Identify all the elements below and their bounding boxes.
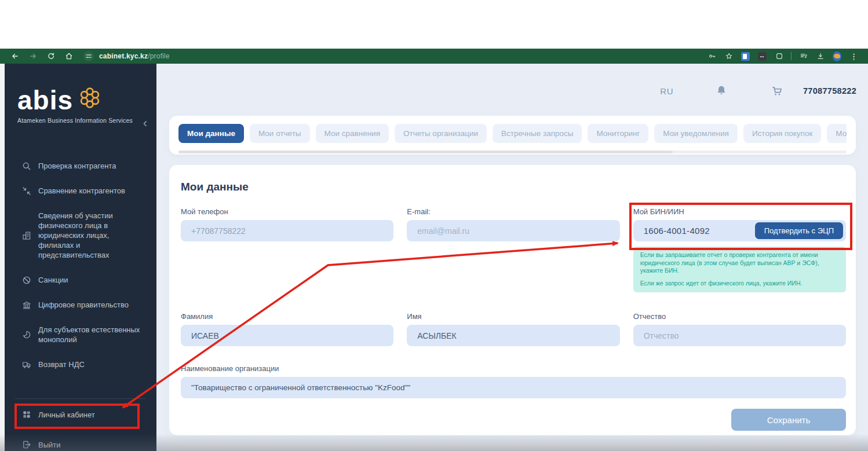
sidebar-item-vat-refund[interactable]: Возврат НДС	[5, 360, 156, 369]
sidebar-item-label: Цифровое правительство	[38, 300, 129, 310]
sidebar-item-personal-cabinet[interactable]: Личный кабинет	[5, 410, 156, 419]
tab-monitoring[interactable]: Мониторинг	[588, 124, 648, 143]
phone-field-group: Мой телефон	[181, 207, 393, 241]
sidebar-item-label: Личный кабинет	[38, 410, 95, 419]
next-card-edge	[169, 442, 856, 451]
sidebar-item-participation-info[interactable]: Сведения об участии физического лица в ю…	[5, 211, 156, 260]
toolbar-separator	[791, 52, 792, 60]
phone-label: Мой телефон	[181, 207, 393, 216]
sidebar-item-sanctions[interactable]: Санкции	[5, 275, 156, 285]
user-phone-number[interactable]: 77087758222	[803, 86, 856, 96]
browser-toolbar: cabinet.kyc.kz/profile •• ⋮	[0, 49, 868, 64]
menu-dots-icon[interactable]: ⋮	[849, 52, 858, 61]
middlename-field-group: Отчество	[633, 312, 846, 346]
firstname-field-group: Имя	[407, 312, 619, 346]
tabs-scrollbar[interactable]	[178, 151, 847, 153]
logo-text: abis	[17, 87, 73, 113]
back-icon[interactable]	[10, 52, 19, 61]
bell-icon[interactable]	[715, 85, 728, 97]
grid-icon	[21, 410, 32, 419]
tab-counter-requests[interactable]: Встречные запросы	[493, 124, 582, 143]
download-icon[interactable]	[816, 52, 825, 61]
bank-icon	[21, 300, 32, 310]
top-white-band	[0, 0, 868, 49]
language-switcher[interactable]: RU	[660, 86, 673, 96]
bin-info-line1: Если вы запрашиваете отчет о проверке ко…	[640, 251, 839, 275]
sidebar-nav: Проверка контрагента Сравнение контраген…	[5, 161, 156, 369]
tabs-scrollbar-thumb[interactable]	[178, 151, 673, 153]
bin-label: Мой БИН/ИИН	[633, 207, 846, 216]
tab-my-comparisons[interactable]: Мои сравнения	[316, 124, 389, 143]
tab-purchase-history[interactable]: История покупок	[743, 124, 821, 143]
sidebar-item-counterparty-check[interactable]: Проверка контрагента	[5, 161, 156, 171]
lastname-input[interactable]	[181, 325, 393, 346]
tab-my-reports[interactable]: Мои отчеты	[250, 124, 310, 143]
logout-icon	[21, 440, 32, 449]
tab-my-notifications[interactable]: Мои уведомления	[654, 124, 738, 143]
sidebar: abis Atameken Business Information Servi…	[5, 64, 156, 451]
extension-dark-icon[interactable]: ••	[758, 52, 767, 61]
left-edge-strip	[0, 64, 5, 451]
save-button[interactable]: Сохранить	[731, 409, 846, 431]
phone-input[interactable]	[181, 220, 393, 241]
logo-subtitle: Atameken Business Information Services	[17, 117, 156, 124]
reading-list-icon[interactable]	[799, 52, 808, 61]
tab-my-data[interactable]: Мои данные	[178, 124, 244, 143]
profile-avatar[interactable]	[833, 52, 841, 61]
sidebar-divider	[15, 398, 146, 399]
ban-icon	[21, 276, 32, 285]
middlename-input[interactable]	[633, 325, 846, 346]
email-field-group: E-mail:	[407, 207, 619, 241]
confirm-ecp-button[interactable]: Подтвердить с ЭЦП	[755, 222, 843, 239]
site-settings-icon[interactable]	[83, 51, 94, 61]
email-label: E-mail:	[407, 207, 619, 216]
profile-form-card: Мои данные Мой телефон E-mail: Мой БИН/И…	[169, 165, 856, 435]
logo-ornament-icon	[78, 86, 102, 112]
bin-info-box: Если вы запрашиваете отчет о проверке ко…	[633, 247, 846, 292]
extensions-puzzle-icon[interactable]	[775, 52, 783, 61]
page: cabinet.kyc.kz/profile •• ⋮ abis	[0, 0, 868, 451]
sidebar-collapse-icon[interactable]: ‹	[143, 117, 147, 130]
org-field-group: Наименование организации	[181, 364, 846, 398]
bin-field-group: Мой БИН/ИИН Подтвердить с ЭЦП Если вы за…	[633, 207, 846, 292]
main-content: RU 77087758222 Мои данные Мои отчеты Мои…	[156, 64, 868, 451]
url-host: cabinet.kyc.kz	[99, 52, 148, 60]
sidebar-item-label: Для субъектов естественных монополий	[38, 325, 145, 344]
bin-info-line2: Если же запрос идет от физического лица,…	[640, 280, 839, 288]
org-input[interactable]	[181, 377, 846, 398]
sidebar-item-label: Проверка контрагента	[38, 161, 116, 171]
sidebar-item-logout[interactable]: Выйти	[5, 440, 156, 449]
tabs-bar: Мои данные Мои отчеты Мои сравнения Отче…	[169, 116, 856, 155]
sidebar-item-label: Санкции	[38, 275, 68, 285]
sidebar-item-label: Возврат НДС	[38, 360, 85, 369]
refresh-icon[interactable]	[46, 52, 55, 61]
tab-org-reports[interactable]: Отчеты организации	[395, 124, 487, 143]
compare-icon	[21, 186, 32, 196]
search-icon	[21, 162, 32, 171]
form-title: Мои данные	[181, 181, 846, 193]
lastname-label: Фамилия	[181, 312, 393, 321]
cart-icon[interactable]	[771, 85, 783, 97]
home-icon[interactable]	[64, 52, 73, 61]
extension-blue-icon[interactable]	[741, 52, 750, 61]
email-input[interactable]	[407, 220, 619, 241]
pie-chart-icon	[21, 330, 32, 339]
top-header-row: RU 77087758222	[660, 85, 868, 97]
truck-icon	[21, 360, 32, 369]
tabs-row: Мои данные Мои отчеты Мои сравнения Отче…	[178, 124, 847, 143]
password-key-icon[interactable]	[707, 52, 716, 61]
sidebar-item-label: Сведения об участии физического лица в ю…	[38, 211, 145, 260]
sidebar-item-counterparty-compare[interactable]: Сравнение контрагентов	[5, 186, 156, 196]
firstname-input[interactable]	[407, 325, 619, 346]
sidebar-item-natural-monopolies[interactable]: Для субъектов естественных монополий	[5, 325, 156, 344]
url-path: /profile	[148, 52, 170, 60]
forward-icon[interactable]	[28, 52, 37, 61]
address-bar[interactable]: cabinet.kyc.kz/profile	[83, 51, 170, 61]
sidebar-item-label: Выйти	[38, 441, 61, 449]
logo: abis Atameken Business Information Servi…	[5, 64, 156, 124]
url-text[interactable]: cabinet.kyc.kz/profile	[99, 52, 170, 60]
bookmark-star-icon[interactable]	[724, 52, 733, 61]
middlename-label: Отчество	[633, 312, 846, 321]
sidebar-item-digital-government[interactable]: Цифровое правительство	[5, 300, 156, 310]
tab-my-applications[interactable]: Мои заявки	[827, 124, 847, 143]
